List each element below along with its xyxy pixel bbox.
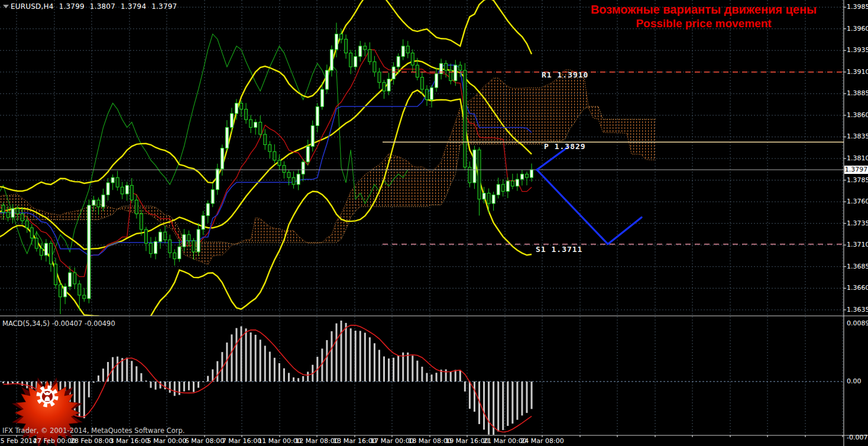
time-axis-label[interactable]: 24 Mar 08:00	[516, 437, 569, 445]
macd-pane-label: MACD(5,34,5) -0.00407 -0.00490	[2, 319, 115, 328]
price-axis-label: 1.3660	[847, 284, 868, 292]
chart-annotation-title: Возможные варианты движения цены Possibl…	[547, 2, 860, 30]
price-axis-label: 1.3910	[847, 68, 868, 76]
symbol-dropdown-icon[interactable]	[3, 5, 9, 8]
price-axis-label: 1.3985	[847, 3, 868, 11]
instaforex-logo: InstaForex	[5, 376, 93, 446]
price-axis-label: 1.3685	[847, 263, 868, 270]
price-axis-label: 1.3735	[847, 219, 868, 227]
macd-axis-label: 0.0089	[847, 319, 868, 327]
ohlc-open: 1.3799	[59, 2, 85, 11]
annotation-title-ru: Возможные варианты движения цены	[547, 2, 860, 17]
price-axis-label: 1.3935	[847, 46, 868, 54]
pivot-label-r1[interactable]: R1 1.3910	[542, 70, 588, 79]
ohlc-low: 1.3794	[121, 2, 146, 11]
copyright-text: IFX Trader, © 2001-2014, MetaQuotes Soft…	[2, 426, 184, 435]
price-axis-label: 1.3860	[847, 111, 868, 119]
macd-axis-label: 0.00	[847, 377, 861, 385]
price-axis-label: 1.3835	[847, 132, 868, 140]
chart-window: InstaForex EURUSD,H41.37991.38071.37941.…	[0, 0, 868, 446]
macd-axis-label: -0.00789	[847, 434, 868, 441]
price-axis-label: 1.3635	[847, 306, 868, 314]
price-axis-label: 1.3760	[847, 198, 868, 205]
annotation-title-en: Possible price movement	[547, 17, 860, 30]
instaforex-starburst	[5, 376, 93, 446]
chart-area[interactable]	[0, 0, 868, 446]
ohlc-info-bar: EURUSD,H41.37991.38071.37941.3797	[11, 2, 182, 11]
ohlc-high: 1.3807	[90, 2, 115, 11]
price-axis-label: 1.3785	[847, 176, 868, 184]
pivot-label-p[interactable]: P 1.3829	[544, 142, 586, 151]
symbol-period: EURUSD,H4	[11, 2, 54, 11]
price-axis-label: 1.3810	[847, 154, 868, 162]
pivot-label-s1[interactable]: S1 1.3711	[536, 245, 582, 254]
price-axis-label: 1.3885	[847, 89, 868, 97]
price-axis-label: 1.3710	[847, 241, 868, 248]
ohlc-close: 1.3797	[151, 2, 177, 11]
current-price-tag: 1.3797	[844, 166, 868, 174]
price-axis-label: 1.3960	[847, 25, 868, 33]
